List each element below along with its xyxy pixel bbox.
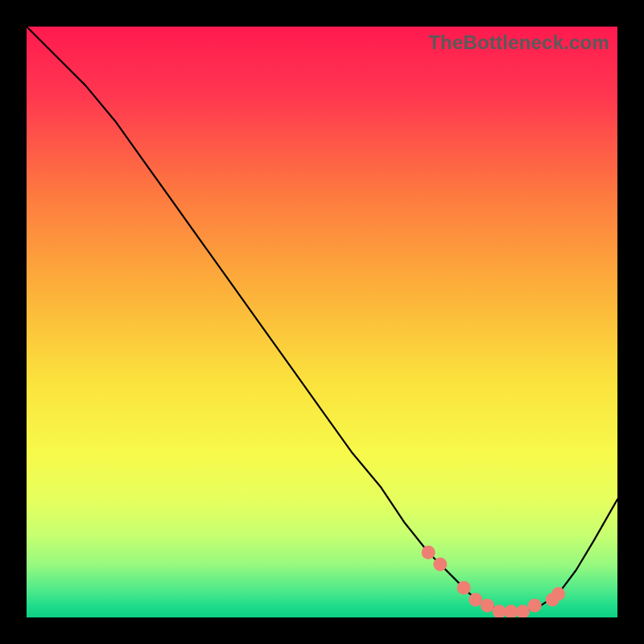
- highlight-dot: [457, 581, 471, 595]
- highlight-dot: [504, 605, 518, 617]
- highlight-dot: [516, 605, 530, 617]
- chart-frame: TheBottleneck.com: [0, 0, 644, 644]
- highlight-dot: [481, 599, 494, 613]
- marker-dots: [422, 546, 565, 617]
- curve-layer: [27, 27, 617, 617]
- highlight-dot: [493, 605, 506, 617]
- bottleneck-curve: [27, 27, 617, 612]
- plot-area: TheBottleneck.com: [27, 27, 617, 617]
- highlight-dot: [469, 592, 482, 606]
- highlight-dot: [422, 546, 436, 559]
- highlight-dot: [528, 599, 542, 613]
- highlight-dot: [433, 557, 447, 571]
- highlight-dot: [551, 587, 565, 601]
